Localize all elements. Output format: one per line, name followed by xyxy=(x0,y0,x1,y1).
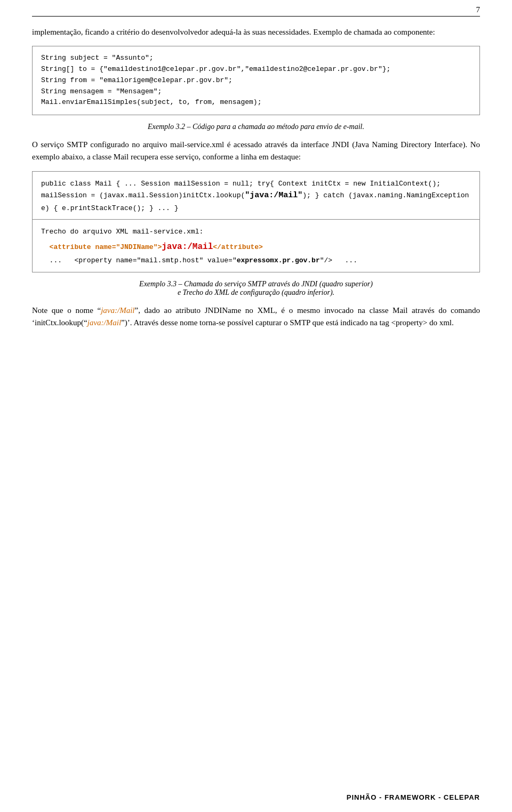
code-top-10: ... xyxy=(158,204,170,212)
caption-2-line2: e Trecho do XML de configuração (quadro … xyxy=(178,288,334,296)
code-top-5: Context initCtx = new InitialContext(); xyxy=(278,180,441,188)
code-line-3: String from = "emailorigem@celepar.pr.go… xyxy=(41,75,471,86)
intro-paragraph: implementação, ficando a critério do des… xyxy=(32,26,480,38)
jndi-value: java:/Mail xyxy=(162,242,213,252)
paragraph-2: O serviço SMTP configurado no arquivo ma… xyxy=(32,139,480,164)
code-top-4: try{ xyxy=(258,180,274,188)
caption-1: Exemplo 3.2 – Código para a chamada ao m… xyxy=(32,123,480,131)
code-top-2: ... xyxy=(124,180,137,188)
page: 7 implementação, ficando a critério do d… xyxy=(0,0,512,812)
code-top-3: Session mailSession = null; xyxy=(141,180,253,188)
code-top-11: } xyxy=(174,204,179,212)
xml-line-1: <attribute name="JNDIName">java:/Mail</a… xyxy=(41,240,471,254)
code-top-8: e.printStackTrace(); xyxy=(62,204,145,212)
top-border xyxy=(32,16,480,17)
code-top-6-highlighted: mailSession = (javax.mail.Session)initCt… xyxy=(41,191,311,199)
footer-brand: PINHÃO - FRAMEWORK - CELEPAR xyxy=(347,793,480,801)
caption-2: Exemplo 3.3 – Chamada do serviço SMTP at… xyxy=(32,280,480,297)
code-top-section: public class Mail { ... Session mailSess… xyxy=(33,172,479,220)
code-top-1: public class Mail { xyxy=(41,180,120,188)
jndi-ref-1: java:/Mail xyxy=(101,306,134,315)
code-line-5: Mail.enviarEmailSimples(subject, to, fro… xyxy=(41,97,471,108)
xml-line-dots1: ... xyxy=(41,256,62,264)
code-line-1: String subject = "Assunto"; xyxy=(41,53,471,64)
xml-section: Trecho do arquivo XML mail-service.xml: … xyxy=(33,220,479,271)
xml-label: Trecho do arquivo XML mail-service.xml: xyxy=(41,228,203,236)
combined-code-box: public class Mail { ... Session mailSess… xyxy=(32,171,480,272)
jndi-ref-2: java:/Mail xyxy=(87,318,121,327)
xml-line-dots2: ... xyxy=(337,256,357,264)
code-top-9: } xyxy=(149,204,154,212)
caption-2-line1: Exemplo 3.3 – Chamada do serviço SMTP at… xyxy=(139,280,373,288)
code-box-1: String subject = "Assunto"; String[] to … xyxy=(32,46,480,115)
code-line-4: String mensagem = "Mensagem"; xyxy=(41,86,471,98)
xml-line-2: <property name="mail.smtp.host" value="e… xyxy=(66,256,337,264)
code-line-2: String[] to = {"emaildestino1@celepar.pr… xyxy=(41,64,471,75)
page-number: 7 xyxy=(476,5,481,14)
paragraph-3: Note que o nome “java:/Mail”, dado ao at… xyxy=(32,304,480,329)
